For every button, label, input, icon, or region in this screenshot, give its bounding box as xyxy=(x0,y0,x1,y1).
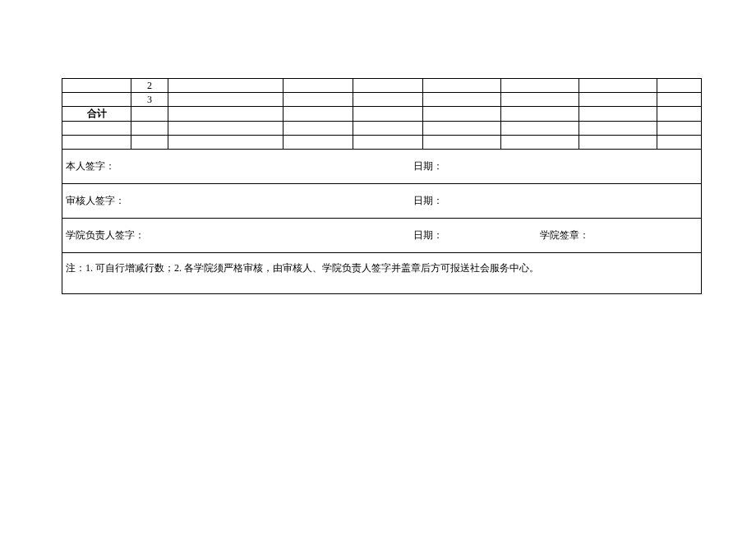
cell-empty xyxy=(353,122,423,136)
cell-empty xyxy=(579,79,657,93)
cell-empty xyxy=(284,93,353,107)
signature-cell-reviewer: 审核人签字： 日期： xyxy=(62,184,702,219)
cell-empty xyxy=(501,136,579,150)
cell-empty xyxy=(501,93,579,107)
cell-row-number: 3 xyxy=(131,93,168,107)
cell-empty xyxy=(62,122,131,136)
spacer xyxy=(540,194,698,208)
form-table-container: 2 3 合计 xyxy=(62,78,701,294)
table-row xyxy=(62,136,702,150)
cell-total-label: 合计 xyxy=(62,107,131,122)
cell-empty xyxy=(168,93,284,107)
cell-empty xyxy=(284,122,353,136)
cell-empty xyxy=(579,93,657,107)
cell-empty xyxy=(353,107,423,122)
cell-empty xyxy=(423,93,501,107)
note-text: 注：1. 可自行增减行数；2. 各学院须严格审核，由审核人、学院负责人签字并盖章… xyxy=(66,262,539,274)
dean-seal-label: 学院签章： xyxy=(540,228,698,242)
note-row: 注：1. 可自行增减行数；2. 各学院须严格审核，由审核人、学院负责人签字并盖章… xyxy=(62,253,702,294)
cell-empty xyxy=(657,79,702,93)
cell-empty xyxy=(579,122,657,136)
spacer xyxy=(540,159,698,173)
cell-empty xyxy=(657,93,702,107)
cell-empty xyxy=(284,107,353,122)
table-row-total: 合计 xyxy=(62,107,702,122)
dean-date-label: 日期： xyxy=(413,228,540,242)
cell-empty xyxy=(423,122,501,136)
self-signature-label: 本人签字： xyxy=(66,159,413,173)
dean-signature-label: 学院负责人签字： xyxy=(66,228,413,242)
cell-empty xyxy=(353,79,423,93)
cell-empty xyxy=(579,107,657,122)
cell-empty xyxy=(501,107,579,122)
cell-empty xyxy=(657,136,702,150)
reviewer-signature-label: 审核人签字： xyxy=(66,194,413,208)
table-row: 2 xyxy=(62,79,702,93)
cell-empty xyxy=(353,93,423,107)
cell-empty xyxy=(62,79,131,93)
cell-empty xyxy=(168,122,284,136)
cell-empty xyxy=(501,122,579,136)
note-cell: 注：1. 可自行增减行数；2. 各学院须严格审核，由审核人、学院负责人签字并盖章… xyxy=(62,253,702,294)
cell-empty xyxy=(131,122,168,136)
cell-empty xyxy=(131,107,168,122)
table-row: 3 xyxy=(62,93,702,107)
cell-empty xyxy=(423,107,501,122)
reviewer-date-label: 日期： xyxy=(413,194,540,208)
signature-cell-self: 本人签字： 日期： xyxy=(62,150,702,184)
cell-empty xyxy=(501,79,579,93)
cell-empty xyxy=(168,79,284,93)
cell-empty xyxy=(284,136,353,150)
cell-empty xyxy=(353,136,423,150)
signature-row-dean: 学院负责人签字： 日期： 学院签章： xyxy=(62,219,702,253)
cell-empty xyxy=(579,136,657,150)
signature-row-reviewer: 审核人签字： 日期： xyxy=(62,184,702,219)
signature-cell-dean: 学院负责人签字： 日期： 学院签章： xyxy=(62,219,702,253)
cell-empty xyxy=(168,136,284,150)
form-table: 2 3 合计 xyxy=(62,78,702,294)
signature-row-self: 本人签字： 日期： xyxy=(62,150,702,184)
cell-empty xyxy=(423,79,501,93)
self-date-label: 日期： xyxy=(413,159,540,173)
cell-empty xyxy=(657,107,702,122)
cell-empty xyxy=(657,122,702,136)
cell-empty xyxy=(168,107,284,122)
table-row xyxy=(62,122,702,136)
cell-empty xyxy=(131,136,168,150)
cell-empty xyxy=(62,93,131,107)
cell-empty xyxy=(423,136,501,150)
cell-empty xyxy=(62,136,131,150)
cell-empty xyxy=(284,79,353,93)
cell-row-number: 2 xyxy=(131,79,168,93)
